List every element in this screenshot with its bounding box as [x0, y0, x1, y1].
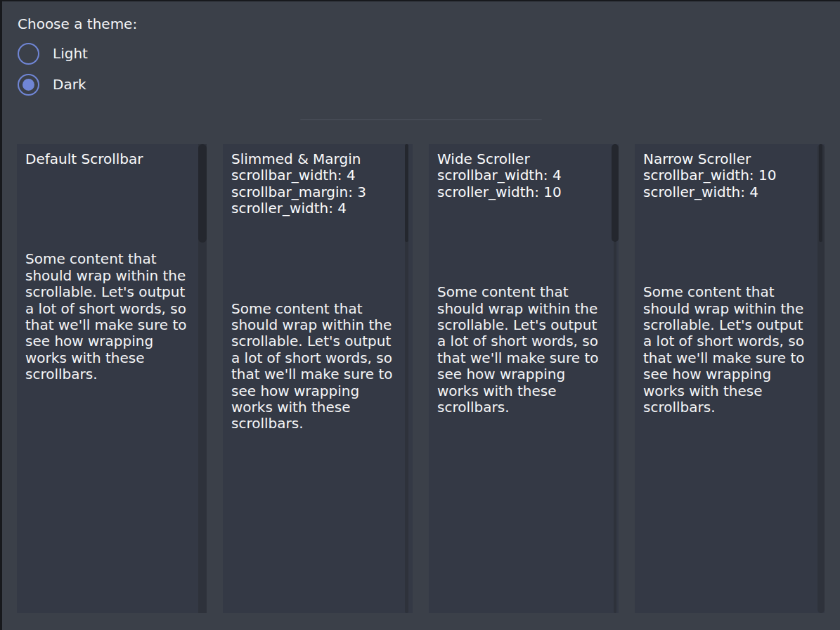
scrollbar-thumb[interactable] [612, 144, 619, 242]
panel-body-text: Some content that should wrap within the… [437, 284, 600, 416]
panel-body-text: Some content that should wrap within the… [643, 284, 806, 416]
panel-config-line: scrollbar_margin: 3 [231, 184, 404, 200]
scroll-panel-narrow-scroller[interactable]: Narrow Scroller scrollbar_width: 10 scro… [635, 144, 825, 613]
panel-title: Narrow Scroller [643, 151, 816, 167]
vertical-spacer [437, 200, 610, 284]
panel-config-line: scroller_width: 4 [231, 200, 404, 217]
scrollbar-thumb[interactable] [819, 144, 822, 242]
horizontal-rule [300, 119, 542, 120]
scrollbar-thumb[interactable] [198, 144, 207, 243]
radio-label[interactable]: Dark [53, 76, 86, 93]
scroll-panel-slimmed-margin[interactable]: Slimmed & Margin scrollbar_width: 4 scro… [223, 144, 413, 613]
panel-header: Slimmed & Margin scrollbar_width: 4 scro… [231, 151, 404, 217]
theme-chooser-label: Choose a theme: [18, 15, 137, 32]
radio-circle-icon[interactable] [18, 43, 39, 65]
panel-body-text: Some content that should wrap within the… [25, 251, 188, 382]
panel-config-line: scroller_width: 10 [437, 184, 610, 200]
panel-title: Default Scrollbar [25, 151, 198, 167]
panel-config-line: scrollbar_width: 4 [231, 167, 404, 184]
radio-option-dark[interactable]: Dark [18, 73, 86, 96]
scroll-panel-wide-scroller[interactable]: Wide Scroller scrollbar_width: 4 scrolle… [429, 144, 619, 613]
scroll-panel-default[interactable]: Default Scrollbar Some content that shou… [17, 144, 207, 613]
scrollbar-thumb[interactable] [405, 144, 408, 242]
radio-option-light[interactable]: Light [18, 42, 88, 65]
panel-title: Slimmed & Margin [231, 151, 404, 167]
vertical-spacer [25, 167, 198, 251]
panel-header: Narrow Scroller scrollbar_width: 10 scro… [643, 151, 816, 200]
theme-chooser: Choose a theme: Light Dark [0, 0, 422, 112]
radio-label[interactable]: Light [53, 45, 88, 62]
panel-header: Wide Scroller scrollbar_width: 4 scrolle… [437, 151, 610, 200]
vertical-spacer [643, 200, 816, 284]
panel-header: Default Scrollbar [25, 151, 198, 167]
vertical-spacer [231, 217, 404, 301]
panel-config-line: scrollbar_width: 10 [643, 167, 816, 184]
panel-title: Wide Scroller [437, 151, 610, 167]
panel-config-line: scrollbar_width: 4 [437, 167, 610, 184]
panel-config-line: scroller_width: 4 [643, 184, 816, 200]
panel-body-text: Some content that should wrap within the… [231, 301, 394, 432]
radio-circle-icon[interactable] [18, 74, 39, 96]
radio-selected-dot-icon [22, 79, 34, 91]
